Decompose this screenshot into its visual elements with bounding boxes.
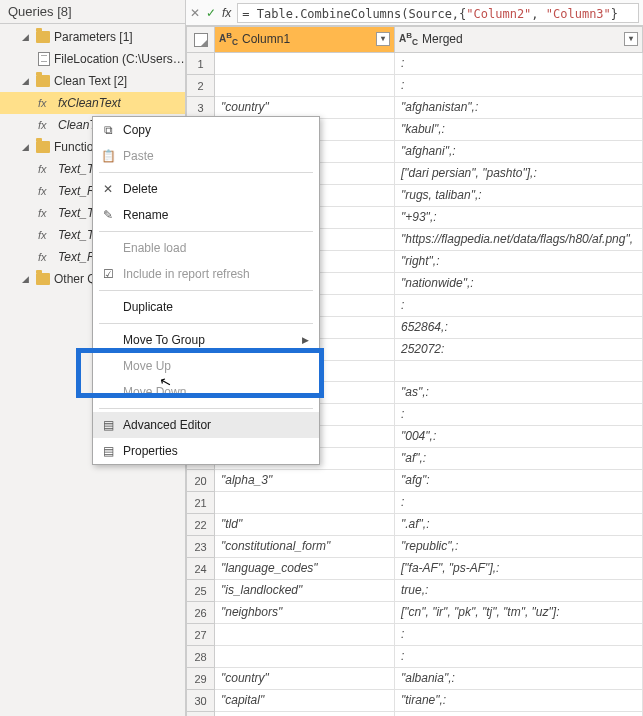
menu-rename[interactable]: ✎Rename [93,202,319,228]
row-number[interactable]: 21 [187,492,215,514]
cell-merged[interactable]: : [395,75,643,97]
row-number[interactable]: 23 [187,536,215,558]
cell-merged[interactable]: "+93",: [395,207,643,229]
commit-icon[interactable]: ✓ [206,6,216,20]
cell-merged[interactable]: : [395,492,643,514]
table-row[interactable]: 20"alpha_3""afg": [187,470,643,492]
datatype-icon[interactable]: ABC [219,31,238,47]
table-row[interactable]: 25"is_landlocked"true,: [187,580,643,602]
table-row[interactable]: 24"language_codes"["fa-AF", "ps-AF"],: [187,558,643,580]
formula-input[interactable]: = Table.CombineColumns(Source,{"Column2"… [237,3,639,23]
cell-column1[interactable]: "country" [215,668,395,690]
cell-merged[interactable]: "nationwide",: [395,273,643,295]
twisty-icon[interactable]: ◢ [22,142,32,152]
cell-merged[interactable]: : [395,646,643,668]
cell-merged[interactable]: ["dari persian", "pashto"],: [395,163,643,185]
cell-column1[interactable]: "is_landlocked" [215,580,395,602]
cell-merged[interactable]: ["cn", "ir", "pk", "tj", "tm", "uz"]: [395,602,643,624]
filter-dropdown-icon[interactable]: ▾ [376,32,390,46]
tree-item[interactable]: FileLocation (C:\Users\L... [0,48,185,70]
table-corner[interactable] [187,27,215,53]
cell-merged[interactable]: 652864,: [395,317,643,339]
table-row[interactable]: 26"neighbors"["cn", "ir", "pk", "tj", "t… [187,602,643,624]
datatype-icon[interactable]: ABC [399,31,418,47]
menu-copy[interactable]: ⧉Copy [93,117,319,143]
row-number[interactable]: 25 [187,580,215,602]
cell-column1[interactable]: "neighbors" [215,602,395,624]
table-row[interactable]: 2: [187,75,643,97]
menu-delete[interactable]: ✕Delete [93,176,319,202]
table-row[interactable]: 31"currency""lek",: [187,712,643,717]
cell-column1[interactable] [215,646,395,668]
twisty-icon[interactable]: ◢ [22,76,32,86]
cell-merged[interactable]: "af",: [395,448,643,470]
fx-icon: fx [38,185,54,197]
table-row[interactable]: 21: [187,492,643,514]
cell-column1[interactable]: "currency" [215,712,395,717]
cell-column1[interactable]: "capital" [215,690,395,712]
row-number[interactable]: 22 [187,514,215,536]
row-number[interactable]: 28 [187,646,215,668]
fx-icon[interactable]: fx [222,6,231,20]
cell-column1[interactable] [215,624,395,646]
cell-merged[interactable]: "albania",: [395,668,643,690]
menu-properties[interactable]: ▤Properties [93,438,319,464]
tree-item[interactable]: fxfxCleanText [0,92,185,114]
cell-column1[interactable] [215,53,395,75]
cell-merged[interactable]: : [395,53,643,75]
cell-merged[interactable]: "republic",: [395,536,643,558]
cell-merged[interactable]: "kabul",: [395,119,643,141]
table-row[interactable]: 29"country""albania",: [187,668,643,690]
cell-column1[interactable]: "tld" [215,514,395,536]
cell-merged[interactable]: 252072: [395,339,643,361]
cell-column1[interactable]: "language_codes" [215,558,395,580]
filter-dropdown-icon[interactable]: ▾ [624,32,638,46]
cell-merged[interactable] [395,361,643,382]
table-row[interactable]: 23"constitutional_form""republic",: [187,536,643,558]
column-header-merged[interactable]: ABC Merged ▾ [395,27,643,53]
cell-merged[interactable]: : [395,404,643,426]
row-number[interactable]: 1 [187,53,215,75]
table-row[interactable]: 22"tld"".af",: [187,514,643,536]
cell-merged[interactable]: "lek",: [395,712,643,717]
cell-merged[interactable]: : [395,295,643,317]
row-number[interactable]: 2 [187,75,215,97]
row-number[interactable]: 27 [187,624,215,646]
row-number[interactable]: 20 [187,470,215,492]
cancel-icon[interactable]: ✕ [190,6,200,20]
cell-merged[interactable]: "afghani",: [395,141,643,163]
cell-merged[interactable]: ["fa-AF", "ps-AF"],: [395,558,643,580]
menu-move-to-group[interactable]: Move To Group▶ [93,327,319,353]
tree-folder[interactable]: ◢Parameters [1] [0,26,185,48]
cell-merged[interactable]: "rugs, taliban",: [395,185,643,207]
cell-column1[interactable] [215,75,395,97]
row-number[interactable]: 31 [187,712,215,717]
cell-merged[interactable]: "afghanistan",: [395,97,643,119]
twisty-icon[interactable]: ◢ [22,32,32,42]
menu-duplicate[interactable]: Duplicate [93,294,319,320]
cell-merged[interactable]: "as",: [395,382,643,404]
cell-column1[interactable]: "alpha_3" [215,470,395,492]
menu-advanced-editor[interactable]: ▤Advanced Editor [93,412,319,438]
table-row[interactable]: 1: [187,53,643,75]
row-number[interactable]: 24 [187,558,215,580]
table-row[interactable]: 30"capital""tirane",: [187,690,643,712]
row-number[interactable]: 26 [187,602,215,624]
row-number[interactable]: 29 [187,668,215,690]
cell-merged[interactable]: "right",: [395,251,643,273]
cell-merged[interactable]: "004",: [395,426,643,448]
row-number[interactable]: 30 [187,690,215,712]
column-header-column1[interactable]: ABC Column1 ▾ [215,27,395,53]
cell-column1[interactable] [215,492,395,514]
twisty-icon[interactable]: ◢ [22,274,32,284]
table-row[interactable]: 28: [187,646,643,668]
table-row[interactable]: 27: [187,624,643,646]
cell-merged[interactable]: "tirane",: [395,690,643,712]
cell-merged[interactable]: : [395,624,643,646]
cell-merged[interactable]: ".af",: [395,514,643,536]
cell-merged[interactable]: "afg": [395,470,643,492]
cell-merged[interactable]: true,: [395,580,643,602]
cell-merged[interactable]: "https://flagpedia.net/data/flags/h80/af… [395,229,643,251]
tree-folder[interactable]: ◢Clean Text [2] [0,70,185,92]
cell-column1[interactable]: "constitutional_form" [215,536,395,558]
